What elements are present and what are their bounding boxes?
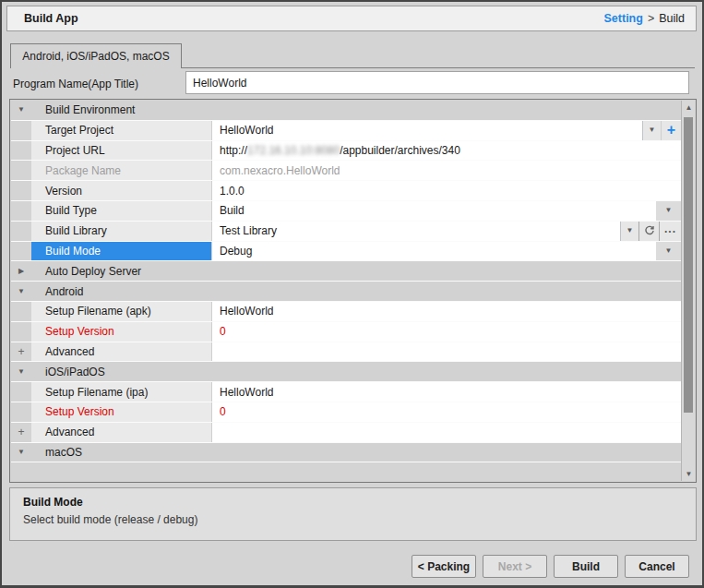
section-label: Build Environment xyxy=(31,101,135,120)
scrollbar-up-button[interactable]: ▲ xyxy=(682,101,696,114)
section-label: iOS/iPadOS xyxy=(31,362,105,381)
breadcrumb-separator: > xyxy=(648,12,654,25)
collapse-icon: ▼ xyxy=(18,449,25,456)
gutter-cell xyxy=(11,161,31,180)
property-value-area: com.nexacro.HelloWorld xyxy=(211,161,681,180)
property-value-text: HelloWorld xyxy=(220,305,273,318)
grid-row-android-9[interactable]: ▼Android xyxy=(11,282,681,302)
property-value-field[interactable]: 0 xyxy=(211,322,681,342)
description-text: Select build mode (release / debug) xyxy=(23,513,683,526)
grid-row-macos-17[interactable]: ▼macOS xyxy=(11,443,681,463)
property-value-field[interactable]: HelloWorld xyxy=(211,302,681,321)
build-button[interactable]: Build xyxy=(554,555,618,578)
grid-row-build-environment-0[interactable]: ▼Build Environment xyxy=(11,101,681,121)
breadcrumb-setting-link[interactable]: Setting xyxy=(604,12,643,25)
tab-android-ios-macos[interactable]: Android, iOS/iPadOS, macOS xyxy=(10,43,182,68)
property-label-cell: Package Name xyxy=(31,161,211,180)
property-label: Version xyxy=(45,185,82,198)
property-value-area xyxy=(211,423,681,442)
property-label: Setup Filename (apk) xyxy=(45,305,151,318)
property-label-cell: Version xyxy=(31,181,211,200)
gutter-cell xyxy=(11,201,31,221)
dropdown-button[interactable]: ▼ xyxy=(642,121,661,140)
grid-row-build-mode-7[interactable]: Build ModeDebug▼ xyxy=(11,242,681,262)
program-name-input[interactable] xyxy=(185,71,689,94)
property-label: Setup Version xyxy=(45,325,114,338)
scrollbar-down-button[interactable]: ▼ xyxy=(682,467,696,481)
property-value-text: Debug xyxy=(220,245,252,258)
project-url-prefix: http:// xyxy=(220,144,247,157)
expander-cell[interactable]: + xyxy=(11,423,31,442)
dropdown-button[interactable]: ▼ xyxy=(656,242,681,261)
property-grid: ▼Build EnvironmentTarget ProjectHelloWor… xyxy=(9,99,697,483)
collapse-icon: ▼ xyxy=(18,106,25,114)
dropdown-button[interactable]: ▼ xyxy=(620,222,638,241)
plus-icon: + xyxy=(18,426,24,438)
property-label: Package Name xyxy=(45,164,121,177)
grid-row-setup-filename-ipa-14[interactable]: Setup Filename (ipa)HelloWorld xyxy=(11,382,681,402)
gutter-cell xyxy=(11,322,31,342)
dialog-button-row: < Packing Next > Build Cancel xyxy=(412,555,689,578)
next-button[interactable]: Next > xyxy=(483,555,547,578)
grid-row-version-4[interactable]: Version1.0.0 xyxy=(11,181,681,201)
property-value-field[interactable]: HelloWorld xyxy=(211,121,642,140)
grid-row-project-url-2[interactable]: Project URLhttp://172.16.10.10:8080/appb… xyxy=(11,141,681,162)
scrollbar-thumb[interactable] xyxy=(684,117,693,413)
grid-row-package-name-3[interactable]: Package Namecom.nexacro.HelloWorld xyxy=(11,161,681,181)
cancel-button[interactable]: Cancel xyxy=(625,555,689,578)
vertical-scrollbar[interactable]: ▲ ▼ xyxy=(681,101,695,481)
grid-row-ios-ipados-13[interactable]: ▼iOS/iPadOS xyxy=(11,362,681,382)
dialog-title: Build App xyxy=(24,12,78,25)
dropdown-button[interactable]: ▼ xyxy=(656,201,681,221)
refresh-button[interactable] xyxy=(638,222,660,241)
property-value-field[interactable]: Build xyxy=(211,201,656,221)
expander-cell[interactable]: ▶ xyxy=(11,261,31,281)
chevron-down-icon: ▼ xyxy=(626,227,634,234)
property-value-field[interactable]: com.nexacro.HelloWorld xyxy=(211,161,681,180)
property-value-field[interactable] xyxy=(211,423,681,442)
property-value-field[interactable]: http://172.16.10.10:8080/appbuilder/arch… xyxy=(211,141,681,161)
property-value-field[interactable]: Test Library xyxy=(211,222,620,241)
description-panel: Build Mode Select build mode (release / … xyxy=(9,487,697,541)
property-label: Advanced xyxy=(45,345,94,358)
grid-row-setup-filename-apk-10[interactable]: Setup Filename (apk)HelloWorld xyxy=(11,302,681,322)
property-label-cell: Advanced xyxy=(31,423,211,442)
tab-strip-line xyxy=(181,67,695,68)
property-label-cell: Build Mode xyxy=(31,242,211,261)
expander-cell[interactable]: + xyxy=(11,342,31,362)
property-value-area: HelloWorld▼+ xyxy=(211,121,681,140)
property-value-field[interactable]: 1.0.0 xyxy=(211,181,681,200)
property-value-field[interactable]: 0 xyxy=(211,402,681,422)
dialog-titlebar: Build App Setting > Build xyxy=(6,6,697,31)
gutter-cell xyxy=(11,242,31,261)
grid-row-setup-version-15[interactable]: Setup Version0 xyxy=(11,402,681,423)
grid-row-advanced-16[interactable]: +Advanced xyxy=(11,423,681,443)
property-label-cell: Target Project xyxy=(31,121,211,140)
property-label-cell: Advanced xyxy=(31,342,211,362)
expander-cell[interactable]: ▼ xyxy=(11,362,31,381)
browse-button[interactable]: ... xyxy=(660,222,681,241)
grid-row-build-library-6[interactable]: Build LibraryTest Library▼... xyxy=(11,222,681,242)
expander-cell[interactable]: ▼ xyxy=(11,101,31,120)
expander-cell[interactable]: ▼ xyxy=(11,443,31,462)
property-value-field[interactable] xyxy=(211,342,681,362)
tab-label: Android, iOS/iPadOS, macOS xyxy=(22,50,169,63)
grid-row-build-type-5[interactable]: Build TypeBuild▼ xyxy=(11,201,681,222)
expander-cell[interactable]: ▼ xyxy=(11,282,31,301)
grid-row-advanced-12[interactable]: +Advanced xyxy=(11,342,681,363)
gutter-cell xyxy=(11,222,31,241)
grid-row-auto-deploy-server-8[interactable]: ▶Auto Deploy Server xyxy=(11,261,681,282)
gutter-cell xyxy=(11,141,31,161)
property-value-field[interactable]: Debug xyxy=(211,242,656,261)
gutter-cell xyxy=(11,121,31,140)
chevron-down-icon: ▼ xyxy=(649,126,656,134)
grid-row-target-project-1[interactable]: Target ProjectHelloWorld▼+ xyxy=(11,121,681,141)
property-label: Setup Filename (ipa) xyxy=(45,386,148,399)
property-value-field[interactable]: HelloWorld xyxy=(211,382,681,402)
packing-button[interactable]: < Packing xyxy=(412,555,476,578)
project-url-suffix: /appbuilder/archives/340 xyxy=(340,144,460,157)
add-target-project-button[interactable]: + xyxy=(661,121,681,140)
property-label-cell: Setup Filename (apk) xyxy=(31,302,211,321)
section-label: Auto Deploy Server xyxy=(31,261,141,281)
grid-row-setup-version-11[interactable]: Setup Version0 xyxy=(11,322,681,342)
